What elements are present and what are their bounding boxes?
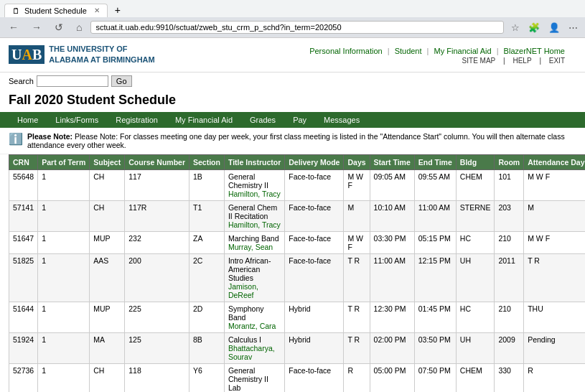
col-days: Days bbox=[344, 155, 370, 170]
nav-financial-aid[interactable]: My Financial Aid bbox=[167, 112, 241, 128]
cell-delivery: Face-to-face bbox=[285, 364, 344, 393]
university-name: THE UNIVERSITY OF ALABAMA AT BIRMINGHAM bbox=[49, 44, 154, 66]
browser-tab-bar: 🗒 Student Schedule ✕ + bbox=[0, 0, 585, 17]
cell-room: 203 bbox=[495, 201, 524, 232]
cell-room: 330 bbox=[495, 364, 524, 393]
instructor-link[interactable]: Jamison, DeReef bbox=[228, 282, 258, 299]
cell-end-time: 01:45 PM bbox=[414, 302, 456, 333]
cell-bldg: HC bbox=[456, 232, 495, 254]
cell-delivery: Face-to-face bbox=[285, 232, 344, 254]
browser-actions: ☆ 🧩 👤 ⋯ bbox=[508, 21, 581, 34]
cell-title: Marching Band Murray, Sean bbox=[224, 232, 284, 254]
cell-part: 1 bbox=[38, 364, 90, 393]
cell-bldg: CHEM bbox=[456, 170, 495, 201]
personal-info-link[interactable]: Personal Information bbox=[309, 47, 383, 55]
cell-delivery: Face-to-face bbox=[285, 201, 344, 232]
cell-end-time: 11:00 AM bbox=[414, 201, 456, 232]
cell-part: 1 bbox=[38, 232, 90, 254]
table-header-row: CRN Part of Term Subject Course Number S… bbox=[9, 155, 586, 170]
uab-logo: UAB bbox=[9, 45, 45, 64]
site-map-link[interactable]: SITE MAP bbox=[462, 57, 496, 65]
notice-text: Please Note: Please Note: For classes me… bbox=[27, 132, 576, 149]
notice-bar: ℹ️ Please Note: Please Note: For classes… bbox=[0, 128, 585, 154]
cell-subject: MUP bbox=[90, 232, 125, 254]
nav-grades[interactable]: Grades bbox=[241, 112, 284, 128]
instructor-link[interactable]: Murray, Sean bbox=[228, 243, 273, 251]
site-header: UAB THE UNIVERSITY OF ALABAMA AT BIRMING… bbox=[0, 38, 585, 73]
page-content: UAB THE UNIVERSITY OF ALABAMA AT BIRMING… bbox=[0, 38, 585, 392]
refresh-button[interactable]: ↺ bbox=[50, 20, 67, 34]
address-bar[interactable] bbox=[90, 21, 504, 34]
nav-pay[interactable]: Pay bbox=[284, 112, 315, 128]
col-title: Title Instructor bbox=[224, 155, 284, 170]
instructor-link[interactable]: Bhattacharya, Sourav bbox=[228, 344, 275, 361]
logo-block: UAB THE UNIVERSITY OF ALABAMA AT BIRMING… bbox=[9, 44, 155, 66]
active-tab[interactable]: 🗒 Student Schedule ✕ bbox=[4, 4, 108, 17]
cell-bldg: UH bbox=[456, 333, 495, 364]
instructor-link[interactable]: Hamilton, Tracy bbox=[228, 190, 281, 198]
nav-links-forms[interactable]: Links/Forms bbox=[47, 112, 107, 128]
new-tab-button[interactable]: + bbox=[109, 3, 126, 17]
table-row: 57141 1 CH 117R T1 General Chem II Recit… bbox=[9, 201, 586, 232]
cell-room: 210 bbox=[495, 232, 524, 254]
col-room: Room bbox=[495, 155, 524, 170]
cell-subject: CH bbox=[90, 201, 125, 232]
cell-end-time: 05:15 PM bbox=[414, 232, 456, 254]
cell-days: M bbox=[344, 201, 370, 232]
cell-days: T R bbox=[344, 333, 370, 364]
table-row: 51924 1 MA 125 8B Calculus I Bhattachary… bbox=[9, 333, 586, 364]
nav-registration[interactable]: Registration bbox=[107, 112, 167, 128]
blazernet-link[interactable]: BlazerNET Home bbox=[504, 47, 565, 55]
col-part: Part of Term bbox=[38, 155, 90, 170]
cell-att-days: THU bbox=[524, 302, 585, 333]
cell-part: 1 bbox=[38, 170, 90, 201]
menu-icon[interactable]: ⋯ bbox=[566, 21, 581, 34]
cell-title: General Chem II Recitation Hamilton, Tra… bbox=[224, 201, 284, 232]
back-button[interactable]: ← bbox=[4, 20, 23, 34]
cell-course: 125 bbox=[125, 333, 189, 364]
forward-button[interactable]: → bbox=[27, 20, 46, 34]
col-section: Section bbox=[189, 155, 224, 170]
nav-home[interactable]: Home bbox=[9, 112, 47, 128]
cell-title: Symphony Band Morantz, Cara bbox=[224, 302, 284, 333]
go-button[interactable]: Go bbox=[111, 75, 132, 87]
cell-start-time: 02:00 PM bbox=[370, 333, 414, 364]
search-input[interactable] bbox=[37, 75, 108, 87]
cell-att-days: M W F bbox=[524, 170, 585, 201]
home-button[interactable]: ⌂ bbox=[72, 20, 86, 34]
cell-title: General Chemistry II Hamilton, Tracy bbox=[224, 170, 284, 201]
cell-start-time: 03:30 PM bbox=[370, 232, 414, 254]
cell-end-time: 12:15 PM bbox=[414, 254, 456, 302]
col-crn: CRN bbox=[9, 155, 38, 170]
cell-att-days: R bbox=[524, 364, 585, 393]
cell-crn: 55648 bbox=[9, 170, 38, 201]
student-link[interactable]: Student bbox=[395, 47, 422, 55]
profile-icon[interactable]: 👤 bbox=[546, 21, 563, 34]
col-end-time: End Time bbox=[414, 155, 456, 170]
help-link[interactable]: HELP bbox=[513, 57, 531, 65]
cell-start-time: 12:30 PM bbox=[370, 302, 414, 333]
financial-aid-link[interactable]: My Financial Aid bbox=[434, 47, 492, 55]
instructor-link[interactable]: Morantz, Cara bbox=[228, 322, 276, 330]
cell-subject: MUP bbox=[90, 302, 125, 333]
tab-close-icon[interactable]: ✕ bbox=[94, 6, 100, 14]
search-bar: Search Go bbox=[0, 73, 585, 90]
cell-crn: 51644 bbox=[9, 302, 38, 333]
cell-bldg: CHEM bbox=[456, 364, 495, 393]
cell-att-days: T R bbox=[524, 254, 585, 302]
table-row: 55648 1 CH 117 1B General Chemistry II H… bbox=[9, 170, 586, 201]
cell-delivery: Hybrid bbox=[285, 302, 344, 333]
table-row: 51647 1 MUP 232 ZA Marching Band Murray,… bbox=[9, 232, 586, 254]
nav-messages[interactable]: Messages bbox=[315, 112, 368, 128]
schedule-table-wrapper: CRN Part of Term Subject Course Number S… bbox=[0, 154, 585, 392]
cell-end-time: 09:55 AM bbox=[414, 170, 456, 201]
extensions-icon[interactable]: 🧩 bbox=[525, 21, 543, 34]
instructor-link[interactable]: Hamilton, Tracy bbox=[228, 220, 281, 229]
browser-chrome: 🗒 Student Schedule ✕ + ← → ↺ ⌂ ☆ 🧩 👤 ⋯ bbox=[0, 0, 585, 38]
cell-bldg: STERNE bbox=[456, 201, 495, 232]
exit-link[interactable]: EXIT bbox=[549, 57, 565, 65]
bookmark-icon[interactable]: ☆ bbox=[508, 21, 523, 34]
cell-subject: MA bbox=[90, 333, 125, 364]
cell-crn: 51825 bbox=[9, 254, 38, 302]
cell-title: Calculus I Bhattacharya, Sourav bbox=[224, 333, 284, 364]
